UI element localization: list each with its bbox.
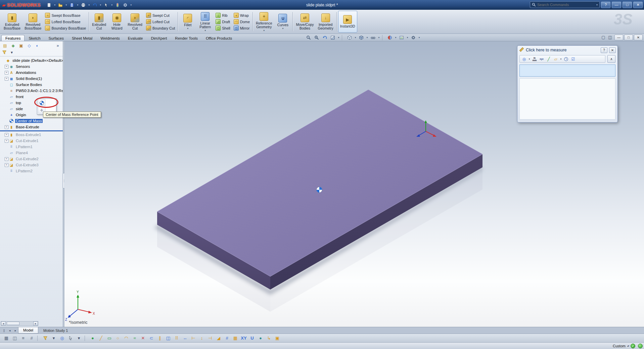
expand-toggle-icon[interactable]: + <box>5 133 8 137</box>
lofted-boss-base-button[interactable]: Lofted Boss/Base <box>44 19 87 25</box>
extruded-boss-base-button[interactable]: Extruded Boss/Base <box>2 11 22 33</box>
point-to-point-icon[interactable]: ╱ <box>545 56 552 62</box>
appearance-dropdown[interactable]: ▾ <box>394 34 397 41</box>
rebuild-icon[interactable] <box>114 2 121 8</box>
sketch-circle-icon[interactable]: ○ <box>114 335 122 342</box>
scene-dropdown[interactable]: ▾ <box>406 34 409 41</box>
tree-item-lpattern1[interactable]: LPattern1 <box>0 144 63 150</box>
options-icon[interactable] <box>122 2 129 8</box>
draft-button[interactable]: Draft <box>214 19 231 25</box>
apply-scene-icon[interactable] <box>398 34 405 41</box>
featuremanager-tree-tab[interactable]: ▤ <box>1 43 9 49</box>
exit-sketch-icon[interactable]: ↳ <box>265 335 273 342</box>
tab-splitter-handle[interactable]: ∥ <box>1 328 7 334</box>
propertymanager-tab[interactable]: ◈ <box>9 43 17 49</box>
scrollbar-thumb[interactable] <box>7 322 19 325</box>
new-dropdown[interactable]: ▾ <box>53 2 56 8</box>
measure-help-button[interactable]: ? <box>601 47 607 53</box>
rib-button[interactable]: Rib <box>214 12 231 18</box>
tree-item-annotations[interactable]: +Annotations <box>0 70 63 76</box>
configurationmanager-tab[interactable]: ▣ <box>17 43 25 49</box>
sketch-point-icon[interactable]: ● <box>89 335 96 342</box>
search-dropdown-icon[interactable]: ▾ <box>596 3 598 6</box>
linear-pattern-dropdown-icon[interactable]: ▾ <box>204 30 206 32</box>
linear-sketch-pattern-icon[interactable]: ⠿ <box>173 335 180 342</box>
grid-snap-icon[interactable]: # <box>28 335 35 342</box>
convert-entities-icon[interactable]: ⊂ <box>148 335 155 342</box>
dimension-table-icon[interactable]: ▦ <box>232 335 239 342</box>
undo-icon[interactable] <box>91 2 98 8</box>
search-commands-box[interactable]: ▾ <box>530 1 600 8</box>
measurement-history-icon[interactable] <box>563 56 569 62</box>
print-icon[interactable] <box>80 2 87 8</box>
ordinate-dimension-icon[interactable]: ⊣ <box>206 335 214 342</box>
display-style-icon[interactable] <box>358 34 365 41</box>
options-dropdown[interactable]: ▾ <box>129 2 133 8</box>
fillet-dropdown-icon[interactable]: ▾ <box>187 28 188 30</box>
measure-dialog[interactable]: Click here to measure ? ✕ ◎▾in mmxyz╱▱▾☑… <box>517 45 618 123</box>
tab-surfaces[interactable]: Surfaces <box>45 35 68 41</box>
graphics-viewport[interactable]: Y X Z *Isometric Click here to measure ?… <box>64 41 644 327</box>
boundary-boss-base-button[interactable]: Boundary Boss/Base <box>44 25 87 31</box>
doc-minimize-button[interactable]: — <box>614 35 623 40</box>
dimxpertmanager-tab[interactable]: ◇ <box>26 43 33 49</box>
tree-item-cut-extrude2[interactable]: +Cut-Extrude2 <box>0 156 63 162</box>
select-icon[interactable] <box>102 2 110 8</box>
expand-toggle-icon[interactable]: + <box>5 139 8 143</box>
section-view-icon[interactable] <box>329 34 336 41</box>
boundary-cut-button[interactable]: Boundary Cut <box>145 25 176 31</box>
arc-measure-dropdown[interactable]: ▾ <box>528 56 531 62</box>
grid-system-icon[interactable]: # <box>223 335 231 342</box>
print-dropdown[interactable]: ▾ <box>87 2 91 8</box>
tree-item-lpattern2[interactable]: LPattern2 <box>0 168 63 174</box>
arc-circle-measure-icon[interactable]: ◎ <box>521 56 527 62</box>
select-pointer-icon[interactable] <box>67 335 74 342</box>
sketch-line-icon[interactable]: ╱ <box>97 335 105 342</box>
viewport-layout-icon[interactable]: ▦ <box>3 335 10 342</box>
vertical-dimension-icon[interactable]: ↕ <box>198 335 205 342</box>
search-input[interactable] <box>537 3 595 7</box>
sketch-arc-icon[interactable]: ◠ <box>123 335 130 342</box>
swept-cut-button[interactable]: Swept Cut <box>145 12 176 18</box>
measure-selection-box[interactable] <box>519 64 615 77</box>
display-style-dropdown[interactable]: ▾ <box>366 34 369 41</box>
tree-item-cut-extrude1[interactable]: +Cut-Extrude1 <box>0 138 63 144</box>
minimize-button[interactable]: — <box>612 2 621 8</box>
expand-toggle-icon[interactable]: + <box>5 77 8 81</box>
tab-sketch[interactable]: Sketch <box>25 35 44 41</box>
view-settings-icon[interactable] <box>410 34 417 41</box>
hole-wizard-button[interactable]: Hole Wizard <box>108 11 125 33</box>
offset-entities-icon[interactable]: ∥ <box>156 335 164 342</box>
panel-horizontal-scrollbar[interactable]: ◂ ▸ <box>1 321 38 326</box>
tree-item-plane4[interactable]: Plane4 <box>0 150 63 156</box>
tree-filter-dropdown[interactable]: ▾ <box>9 50 15 55</box>
fully-define-sketch-icon[interactable]: U <box>248 335 256 342</box>
tab-features[interactable]: Features <box>1 35 25 41</box>
chamfer-dimension-icon[interactable]: ◢ <box>215 335 222 342</box>
expand-toggle-icon[interactable]: + <box>5 65 8 69</box>
tree-item-sensors[interactable]: +Sensors <box>0 63 63 70</box>
view-settings-dropdown[interactable]: ▾ <box>418 34 421 41</box>
new-document-icon[interactable] <box>45 2 53 8</box>
tab-motion-study-1[interactable]: Motion Study 1 <box>38 327 73 334</box>
rollback-bar[interactable] <box>0 130 63 131</box>
pointer-dropdown[interactable]: ▾ <box>75 335 83 342</box>
tab-weldments[interactable]: Weldments <box>96 35 124 41</box>
wrap-button[interactable]: Wrap <box>232 12 251 18</box>
viewport-maximize-icon[interactable]: ▢ <box>600 34 607 40</box>
smart-dimension-icon[interactable]: ↔ <box>181 335 189 342</box>
shell-button[interactable]: Shell <box>214 25 231 31</box>
zoom-area-icon[interactable] <box>313 34 320 41</box>
create-sensor-icon[interactable]: ☑ <box>570 56 577 62</box>
scroll-right-button[interactable]: ▸ <box>33 321 38 325</box>
help-button[interactable]: ? <box>601 2 610 8</box>
expand-toggle-icon[interactable]: + <box>5 125 8 129</box>
revolved-boss-base-button[interactable]: Revolved Boss/Base <box>23 11 43 33</box>
view-orientation-dropdown[interactable]: ▾ <box>354 34 357 41</box>
hide-show-dropdown[interactable]: ▾ <box>377 34 380 41</box>
tree-item-cut-extrude3[interactable]: +Cut-Extrude3 <box>0 162 63 168</box>
projection-plane-icon[interactable]: ▱ <box>552 56 559 62</box>
imported-geometry-button[interactable]: Imported Geometry <box>316 11 335 33</box>
tree-item-solid-bodies-1[interactable]: +Solid Bodies(1) <box>0 76 63 82</box>
expand-toggle-icon[interactable]: + <box>5 71 8 75</box>
